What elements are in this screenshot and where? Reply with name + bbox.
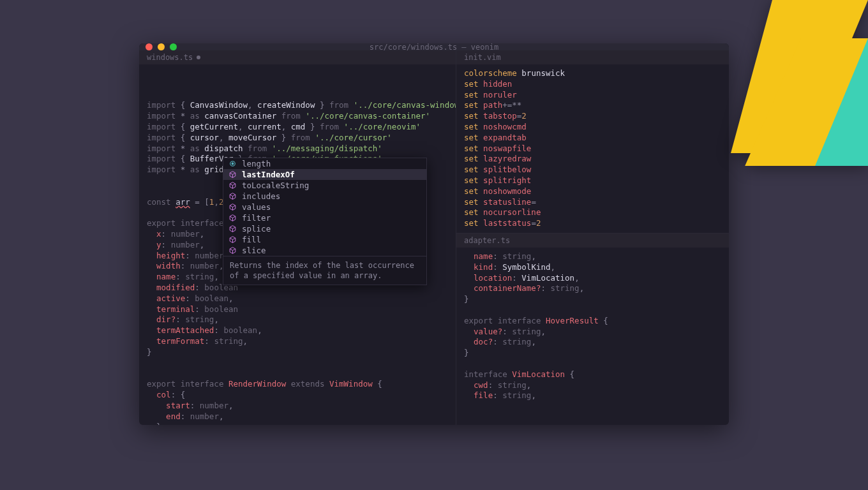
tab-label: adapter.ts xyxy=(464,236,510,245)
autocomplete-item[interactable]: slice xyxy=(223,245,426,256)
window-maximize-button[interactable] xyxy=(170,43,177,50)
autocomplete-label: slice xyxy=(242,246,266,255)
autocomplete-popup: lengthlastIndexOftoLocaleStringincludesv… xyxy=(223,158,427,285)
autocomplete-label: lastIndexOf xyxy=(242,170,295,179)
autocomplete-item[interactable]: toLocaleString xyxy=(223,180,426,191)
editor-pane-right-top: init.vim colorscheme brunswickset hidden… xyxy=(456,50,729,233)
method-icon xyxy=(228,225,237,233)
autocomplete-label: toLocaleString xyxy=(242,181,309,190)
autocomplete-doc: Returns the index of the last occurrence… xyxy=(223,256,426,285)
code-editor-right-top[interactable]: colorscheme brunswickset hiddenset norul… xyxy=(456,64,729,233)
autocomplete-item[interactable]: values xyxy=(223,202,426,212)
tab-windows-ts[interactable]: windows.ts xyxy=(139,50,456,64)
veonim-logo xyxy=(702,0,868,166)
svg-point-4 xyxy=(232,163,234,165)
method-icon xyxy=(228,203,237,211)
autocomplete-label: includes xyxy=(242,191,280,201)
property-icon xyxy=(228,160,237,168)
autocomplete-label: splice xyxy=(242,224,271,234)
method-icon xyxy=(228,235,237,244)
autocomplete-item[interactable]: splice xyxy=(223,223,426,234)
method-icon xyxy=(228,170,237,179)
autocomplete-label: values xyxy=(242,202,271,212)
titlebar: src/core/windows.ts – veonim xyxy=(139,43,729,50)
tab-label: windows.ts xyxy=(147,53,193,62)
autocomplete-label: length xyxy=(242,159,271,168)
autocomplete-item[interactable]: length xyxy=(223,158,426,169)
method-icon xyxy=(228,246,237,255)
autocomplete-item[interactable]: lastIndexOf xyxy=(223,169,426,180)
autocomplete-item[interactable]: fill xyxy=(223,234,426,245)
window-close-button[interactable] xyxy=(146,43,153,50)
method-icon xyxy=(228,214,237,222)
tab-label: init.vim xyxy=(464,53,501,62)
method-icon xyxy=(228,181,237,189)
editor-pane-right-bottom: adapter.ts name: string, kind: SymbolKin… xyxy=(456,233,729,425)
autocomplete-label: filter xyxy=(242,213,271,223)
tab-init-vim[interactable]: init.vim xyxy=(456,50,729,64)
method-icon xyxy=(228,192,237,200)
tab-adapter-ts[interactable]: adapter.ts xyxy=(456,234,729,248)
autocomplete-label: fill xyxy=(242,235,261,244)
modified-indicator-icon xyxy=(197,56,200,59)
window-minimize-button[interactable] xyxy=(158,43,165,50)
autocomplete-item[interactable]: includes xyxy=(223,191,426,202)
editor-window: src/core/windows.ts – veonim windows.ts … xyxy=(139,43,729,425)
code-editor-right-bottom[interactable]: name: string, kind: SymbolKind, location… xyxy=(456,248,729,425)
autocomplete-item[interactable]: filter xyxy=(223,212,426,223)
